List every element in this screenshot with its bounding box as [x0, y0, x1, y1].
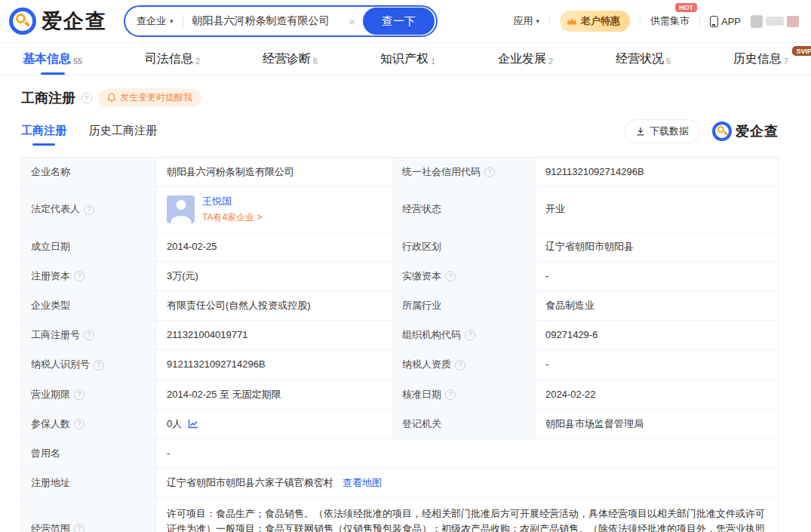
establish-date-label: 成立日期 — [22, 232, 156, 261]
subtab-registration[interactable]: 工商注册 — [21, 124, 66, 146]
aiqicha-logo[interactable]: 爱企查 — [9, 8, 107, 35]
section-title: 工商注册 — [21, 89, 75, 107]
view-map-link[interactable]: 查看地图 — [343, 475, 382, 490]
nav-divider — [640, 16, 641, 26]
status-label: 经营状态 — [393, 187, 535, 232]
help-icon[interactable]: ? — [74, 389, 84, 400]
help-icon[interactable]: ? — [445, 271, 456, 281]
help-icon[interactable]: ? — [455, 360, 465, 371]
table-row: 经营范围 ? 许可项目：食品生产；食品销售。（依法须经批准的项目，经相关部门批准… — [22, 498, 778, 532]
reg-number-value: 211321004019771 — [156, 321, 393, 349]
taxpayer-qualification-value: - — [535, 350, 778, 379]
legal-rep-related-link[interactable]: TA有4家企业 > — [202, 211, 262, 225]
tab-basic-info[interactable]: 基本信息55 — [23, 43, 82, 75]
business-scope-label: 经营范围 ? — [22, 498, 156, 532]
nav-divider — [699, 16, 700, 26]
taxpayer-qualification-label: 纳税人资质 ? — [393, 350, 535, 379]
subtab-history-registration[interactable]: 历史工商注册 — [89, 124, 157, 146]
tab-intellectual-property[interactable]: 知识产权1 — [380, 43, 435, 75]
table-row: 工商注册号 ? 211321004019771 组织机构代码 ? 0927142… — [22, 321, 778, 350]
establish-date-value: 2014-02-25 — [156, 232, 393, 261]
nav-promo-pill[interactable]: 老户特惠 — [560, 11, 630, 32]
table-row: 参保人数 ? 0人 登记机关 朝阳县市场监督管理局 — [22, 410, 778, 439]
tab-business-diagnosis[interactable]: 经营诊断6 — [263, 43, 318, 75]
business-scope-value: 许可项目：食品生产；食品销售。（依法须经批准的项目，经相关部门批准后方可开展经营… — [156, 498, 778, 532]
industry-label: 所属行业 — [393, 291, 535, 320]
company-type-value: 有限责任公司(自然人投资或控股) — [156, 291, 393, 320]
business-term-value: 2014-02-25 至 无固定期限 — [156, 380, 393, 409]
trend-chart-icon[interactable] — [188, 419, 198, 429]
status-value: 开业 — [535, 187, 778, 232]
region-value: 辽宁省朝阳市朝阳县 — [535, 232, 778, 261]
chevron-down-icon: ▾ — [170, 17, 174, 25]
aiqicha-logo-icon — [9, 8, 36, 35]
table-row: 企业名称 朝阳县六河粉条制造有限公司 统一社会信用代码 ? 9121132109… — [22, 158, 778, 187]
help-icon[interactable]: ? — [74, 419, 84, 429]
help-icon[interactable]: ? — [84, 330, 94, 340]
search-divider — [183, 14, 183, 28]
crown-icon — [567, 17, 577, 26]
table-row: 企业类型 有限责任公司(自然人投资或控股) 所属行业 食品制造业 — [22, 291, 778, 321]
nav-apps[interactable]: 应用 ▾ — [513, 14, 539, 28]
search-button[interactable]: 查一下 — [363, 8, 435, 35]
insured-count-value: 0人 — [156, 410, 393, 438]
mobile-phone-icon — [710, 16, 718, 27]
aiqicha-logo-icon — [712, 121, 732, 141]
business-term-label: 营业期限 ? — [22, 380, 156, 409]
registration-table: 企业名称 朝阳县六河粉条制造有限公司 统一社会信用代码 ? 9121132109… — [21, 157, 779, 532]
help-icon[interactable]: ? — [484, 167, 495, 177]
taxpayer-id-label: 纳税人识别号 ? — [22, 350, 156, 379]
svip-badge: SVIP — [792, 46, 811, 56]
clear-search-icon[interactable]: × — [349, 15, 355, 28]
approval-date-value: 2024-02-22 — [535, 380, 778, 409]
aiqicha-watermark: 爱企查 — [712, 121, 779, 141]
credit-code-value: 91211321092714296B — [535, 158, 778, 186]
credit-code-label: 统一社会信用代码 ? — [393, 158, 535, 186]
help-icon[interactable]: ? — [94, 360, 104, 371]
main-tabbar: 基本信息55 司法信息2 经营诊断6 知识产权1 企业发展2 经营状况5 历史信… — [0, 42, 811, 75]
org-code-label: 组织机构代码 ? — [393, 321, 535, 349]
address-value: 辽宁省朝阳市朝阳县六家子镇官粮窖村 查看地图 — [156, 469, 778, 497]
help-icon[interactable]: ? — [74, 524, 84, 532]
help-icon[interactable]: ? — [445, 389, 456, 400]
reg-capital-label: 注册资本 ? — [22, 262, 156, 291]
tab-operating-status[interactable]: 经营状况5 — [616, 43, 671, 75]
former-name-value: - — [156, 439, 778, 468]
download-icon — [636, 127, 645, 136]
table-row: 法定代表人 ? 王悦国 TA有4家企业 > 经营状态 开业 — [22, 187, 778, 232]
org-code-value: 09271429-6 — [535, 321, 778, 349]
tab-judicial-info[interactable]: 司法信息2 — [145, 43, 200, 75]
legal-rep-avatar[interactable] — [167, 195, 195, 223]
user-account-area[interactable] — [751, 15, 799, 28]
nav-app-download[interactable]: APP — [710, 16, 741, 27]
help-icon[interactable]: ? — [81, 93, 92, 103]
taxpayer-id-value: 91211321092714296B — [156, 350, 393, 379]
tab-company-development[interactable]: 企业发展2 — [498, 43, 553, 75]
aiqicha-logo-text: 爱企查 — [41, 8, 107, 35]
bell-icon — [107, 93, 116, 103]
search-bar: 查企业 ▾ × 查一下 — [124, 5, 438, 37]
reg-authority-label: 登记机关 — [393, 410, 535, 438]
help-icon[interactable]: ? — [84, 204, 94, 215]
top-header: 爱企查 查企业 ▾ × 查一下 应用 ▾ 老户特惠 供需集市 HOT — [0, 0, 811, 42]
table-row: 曾用名 - — [22, 439, 778, 469]
approval-date-label: 核准日期 ? — [393, 380, 535, 409]
tab-history-info[interactable]: 历史信息7 SVIP — [733, 43, 788, 75]
download-data-button[interactable]: 下载数据 — [625, 119, 700, 143]
change-reminder-button[interactable]: 发生变更时提醒我 — [98, 88, 201, 107]
nav-market[interactable]: 供需集市 HOT — [650, 14, 690, 28]
legal-rep-name-link[interactable]: 王悦国 — [202, 194, 262, 209]
table-row: 注册地址 辽宁省朝阳市朝阳县六家子镇官粮窖村 查看地图 — [22, 469, 778, 498]
reg-number-label: 工商注册号 ? — [22, 321, 156, 349]
table-row: 成立日期 2014-02-25 行政区划 辽宁省朝阳市朝阳县 — [22, 232, 778, 262]
industry-value: 食品制造业 — [535, 291, 778, 320]
help-icon[interactable]: ? — [74, 271, 84, 281]
former-name-label: 曾用名 — [22, 439, 156, 468]
company-name-value: 朝阳县六河粉条制造有限公司 — [156, 158, 393, 186]
help-icon[interactable]: ? — [465, 330, 475, 340]
search-category-dropdown[interactable]: 查企业 ▾ — [137, 14, 174, 28]
legal-rep-label: 法定代表人 ? — [22, 187, 156, 232]
insured-count-label: 参保人数 ? — [22, 410, 156, 438]
table-row: 营业期限 ? 2014-02-25 至 无固定期限 核准日期 ? 2024-02… — [22, 380, 778, 410]
search-input[interactable] — [192, 15, 342, 27]
